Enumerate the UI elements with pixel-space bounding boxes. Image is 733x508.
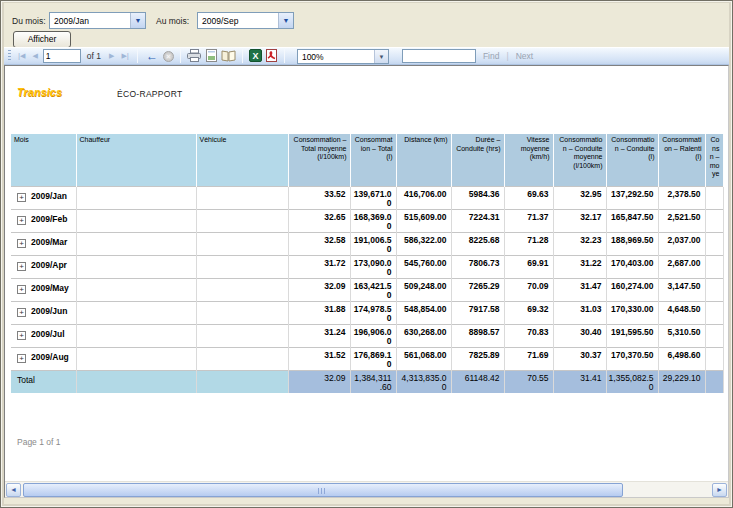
total-row: Total32.091,384,311.604,313,835.0061148.… [11,370,723,393]
horizontal-scrollbar[interactable]: ◄ ► [5,481,728,497]
scrollbar-thumb[interactable] [23,483,623,497]
expand-icon[interactable]: + [17,262,26,271]
table-row: +2009/Mar32.58191,006.50586,322.008225.6… [11,232,723,255]
to-month-select[interactable]: 2009/Sep ▼ [197,12,294,29]
month-label: 2009/Mar [31,237,67,247]
first-page-icon[interactable]: |◀ [16,49,27,63]
value-cell: 30.40 [553,324,606,347]
find-button[interactable]: Find [479,51,504,61]
scroll-left-icon[interactable]: ◄ [6,483,21,497]
value-cell: 31.88 [288,301,350,324]
expand-icon[interactable]: + [17,193,26,202]
value-cell: 69.32 [504,301,553,324]
value-cell: 31.47 [553,278,606,301]
month-cell: +2009/May [11,278,76,301]
find-input[interactable] [402,49,476,63]
value-cell: 2,378.50 [658,186,705,209]
value-cell: 71.37 [504,209,553,232]
value-cell: 31.72 [288,255,350,278]
next-page-icon[interactable]: ▶ [107,49,116,63]
afficher-button[interactable]: Afficher [13,31,71,48]
print-icon[interactable] [187,49,201,64]
page-number-input[interactable] [43,49,81,63]
toolbar-separator [180,49,181,63]
expand-icon[interactable]: + [17,239,26,248]
chauffeur-cell [76,255,196,278]
expand-icon[interactable]: + [17,216,26,225]
chevron-down-icon[interactable]: ▼ [130,13,145,28]
export-excel-icon[interactable]: X [249,49,262,64]
value-cell: 31.03 [553,301,606,324]
column-header: Véhicule [196,134,288,186]
value-cell: 191,595.50 [606,324,658,347]
value-cell: 545,760.00 [396,255,451,278]
column-header: Chauffeur [76,134,196,186]
export-pdf-icon[interactable] [265,49,278,64]
transics-logo: Transics [17,86,62,98]
total-value-cell: 1,355,082.50 [606,370,658,393]
expand-icon[interactable]: + [17,331,26,340]
value-cell: 196,906.00 [350,324,396,347]
total-value-cell: 1,384,311.60 [350,370,396,393]
vehicule-cell [196,347,288,370]
column-header: Consommation – Total moyenne (l/100km) [288,134,350,186]
find-next-separator: | [506,51,508,61]
viewer-toolbar: |◀ ◀ of 1 ▶ ▶| ← ✕ X 100% ▼ Find [4,47,729,65]
clipped-cell [705,278,723,301]
value-cell: 30.37 [553,347,606,370]
vehicule-cell [196,370,288,393]
chauffeur-cell [76,232,196,255]
total-label: Total [11,370,76,393]
back-icon[interactable]: ← [144,50,160,62]
value-cell: 416,706.00 [396,186,451,209]
clipped-cell [705,301,723,324]
chauffeur-cell [76,278,196,301]
zoom-select[interactable]: 100% ▼ [297,49,389,64]
month-cell: +2009/Feb [11,209,76,232]
value-cell: 561,068.00 [396,347,451,370]
vehicule-cell [196,324,288,347]
value-cell: 2,521.50 [658,209,705,232]
column-header: Consommation – Total (l) [350,134,396,186]
value-cell: 71.28 [504,232,553,255]
table-header-row: MoisChauffeurVéhiculeConsommation – Tota… [11,134,723,186]
page-count-label: of 1 [84,51,104,61]
month-label: 2009/Jul [31,329,65,339]
toolbar-grip[interactable] [8,50,11,62]
value-cell: 2,687.00 [658,255,705,278]
filter-bar: Du mois: 2009/Jan ▼ Au mois: 2009/Sep ▼ … [4,3,729,47]
chevron-down-icon[interactable]: ▼ [374,50,388,63]
vehicule-cell [196,278,288,301]
report-content: Transics ÉCO-RAPPORT MoisChauffeurVéhicu… [5,66,728,481]
month-cell: +2009/Aug [11,347,76,370]
expand-icon[interactable]: + [17,285,26,294]
to-month-value: 2009/Sep [198,13,278,28]
expand-icon[interactable]: + [17,354,26,363]
value-cell: 586,322.00 [396,232,451,255]
vehicule-cell [196,301,288,324]
clipped-cell [705,255,723,278]
column-header: Distance (km) [396,134,451,186]
from-month-select[interactable]: 2009/Jan ▼ [49,12,146,29]
clipped-cell [705,324,723,347]
expand-icon[interactable]: + [17,308,26,317]
table-row: +2009/Jul31.24196,906.00630,268.008898.5… [11,324,723,347]
value-cell: 174,978.50 [350,301,396,324]
chauffeur-cell [76,301,196,324]
value-cell: 188,969.50 [606,232,658,255]
value-cell: 160,274.00 [606,278,658,301]
stop-icon[interactable]: ✕ [163,51,174,62]
report-window: Du mois: 2009/Jan ▼ Au mois: 2009/Sep ▼ … [0,0,733,508]
page-footer: Page 1 of 1 [17,437,728,447]
value-cell: 191,006.50 [350,232,396,255]
chevron-down-icon[interactable]: ▼ [278,13,293,28]
value-cell: 2,037.00 [658,232,705,255]
page-setup-icon[interactable] [221,49,236,64]
zoom-value: 100% [298,50,374,63]
last-page-icon[interactable]: ▶| [119,49,130,63]
value-cell: 630,268.00 [396,324,451,347]
find-next-button[interactable]: Next [512,51,537,61]
print-layout-icon[interactable] [204,49,218,64]
scroll-right-icon[interactable]: ► [712,483,727,497]
previous-page-icon[interactable]: ◀ [30,49,39,63]
